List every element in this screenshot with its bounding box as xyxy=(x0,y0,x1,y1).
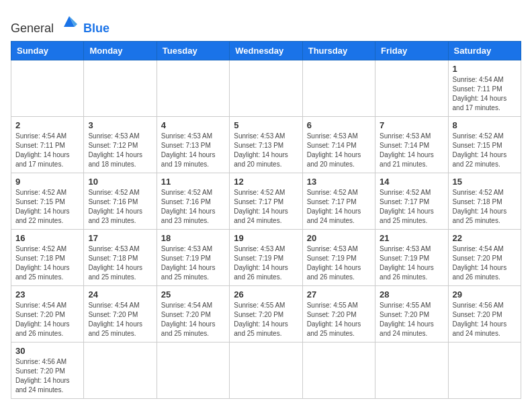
day-number: 18 xyxy=(161,233,225,243)
day-info: Sunrise: 4:53 AM Sunset: 7:13 PM Dayligh… xyxy=(161,132,225,169)
calendar-cell: 13Sunrise: 4:52 AM Sunset: 7:17 PM Dayli… xyxy=(302,173,375,230)
day-number: 4 xyxy=(161,120,225,130)
day-number: 7 xyxy=(380,120,443,130)
calendar-cell xyxy=(230,60,302,117)
day-info: Sunrise: 4:52 AM Sunset: 7:17 PM Dayligh… xyxy=(307,188,371,226)
day-number: 26 xyxy=(234,289,298,300)
day-number: 9 xyxy=(15,177,79,187)
day-info: Sunrise: 4:53 AM Sunset: 7:14 PM Dayligh… xyxy=(380,132,443,169)
day-number: 22 xyxy=(453,233,517,243)
day-number: 10 xyxy=(88,177,152,187)
day-number: 11 xyxy=(161,177,225,187)
calendar-cell: 15Sunrise: 4:52 AM Sunset: 7:18 PM Dayli… xyxy=(448,173,521,230)
calendar-cell: 22Sunrise: 4:54 AM Sunset: 7:20 PM Dayli… xyxy=(448,230,521,286)
day-number: 2 xyxy=(15,120,79,130)
week-row-1: 2Sunrise: 4:54 AM Sunset: 7:11 PM Daylig… xyxy=(11,117,521,173)
day-info: Sunrise: 4:53 AM Sunset: 7:14 PM Dayligh… xyxy=(307,132,371,169)
day-info: Sunrise: 4:54 AM Sunset: 7:11 PM Dayligh… xyxy=(15,132,79,169)
calendar-cell: 2Sunrise: 4:54 AM Sunset: 7:11 PM Daylig… xyxy=(11,117,84,173)
day-number: 3 xyxy=(88,120,152,130)
day-info: Sunrise: 4:52 AM Sunset: 7:15 PM Dayligh… xyxy=(453,132,517,169)
calendar-cell: 4Sunrise: 4:53 AM Sunset: 7:13 PM Daylig… xyxy=(157,117,229,173)
day-number: 29 xyxy=(453,289,517,300)
header-section: General Blue xyxy=(11,11,521,36)
day-number: 21 xyxy=(380,233,443,243)
calendar-cell: 26Sunrise: 4:55 AM Sunset: 7:20 PM Dayli… xyxy=(230,286,302,342)
day-number: 24 xyxy=(88,289,152,300)
day-number: 23 xyxy=(15,289,79,300)
calendar-cell xyxy=(375,342,448,399)
week-row-4: 23Sunrise: 4:54 AM Sunset: 7:20 PM Dayli… xyxy=(11,286,521,342)
calendar-cell: 19Sunrise: 4:53 AM Sunset: 7:19 PM Dayli… xyxy=(230,230,302,286)
calendar-cell: 18Sunrise: 4:53 AM Sunset: 7:19 PM Dayli… xyxy=(157,230,229,286)
day-info: Sunrise: 4:54 AM Sunset: 7:11 PM Dayligh… xyxy=(453,75,517,113)
day-info: Sunrise: 4:53 AM Sunset: 7:19 PM Dayligh… xyxy=(161,244,225,282)
day-info: Sunrise: 4:53 AM Sunset: 7:12 PM Dayligh… xyxy=(88,132,152,169)
weekday-header-tuesday: Tuesday xyxy=(157,42,229,60)
calendar-cell xyxy=(448,342,521,399)
calendar-cell: 20Sunrise: 4:53 AM Sunset: 7:19 PM Dayli… xyxy=(302,230,375,286)
day-info: Sunrise: 4:52 AM Sunset: 7:15 PM Dayligh… xyxy=(15,188,79,226)
week-row-5: 30Sunrise: 4:56 AM Sunset: 7:20 PM Dayli… xyxy=(11,342,521,399)
calendar-cell: 8Sunrise: 4:52 AM Sunset: 7:15 PM Daylig… xyxy=(448,117,521,173)
calendar-cell: 24Sunrise: 4:54 AM Sunset: 7:20 PM Dayli… xyxy=(84,286,157,342)
weekday-header-saturday: Saturday xyxy=(448,42,521,60)
day-info: Sunrise: 4:53 AM Sunset: 7:19 PM Dayligh… xyxy=(234,244,298,282)
week-row-3: 16Sunrise: 4:52 AM Sunset: 7:18 PM Dayli… xyxy=(11,230,521,286)
calendar-cell xyxy=(157,342,229,399)
day-number: 12 xyxy=(234,177,298,187)
weekday-header-wednesday: Wednesday xyxy=(230,42,302,60)
day-info: Sunrise: 4:56 AM Sunset: 7:20 PM Dayligh… xyxy=(15,357,79,395)
calendar-cell: 5Sunrise: 4:53 AM Sunset: 7:13 PM Daylig… xyxy=(230,117,302,173)
day-info: Sunrise: 4:52 AM Sunset: 7:17 PM Dayligh… xyxy=(234,188,298,226)
logo-text: General Blue xyxy=(11,11,109,36)
weekday-header-thursday: Thursday xyxy=(302,42,375,60)
day-number: 13 xyxy=(307,177,371,187)
day-number: 14 xyxy=(380,177,443,187)
day-info: Sunrise: 4:53 AM Sunset: 7:18 PM Dayligh… xyxy=(88,244,152,282)
calendar-cell: 7Sunrise: 4:53 AM Sunset: 7:14 PM Daylig… xyxy=(375,117,448,173)
day-number: 25 xyxy=(161,289,225,300)
day-number: 28 xyxy=(380,289,443,300)
day-number: 1 xyxy=(453,64,517,74)
day-number: 15 xyxy=(453,177,517,187)
calendar-cell xyxy=(84,60,157,117)
calendar-cell xyxy=(302,60,375,117)
day-number: 6 xyxy=(307,120,371,130)
week-row-0: 1Sunrise: 4:54 AM Sunset: 7:11 PM Daylig… xyxy=(11,60,521,117)
calendar-cell xyxy=(11,60,84,117)
day-info: Sunrise: 4:56 AM Sunset: 7:20 PM Dayligh… xyxy=(453,301,517,338)
weekday-header-sunday: Sunday xyxy=(11,42,84,60)
logo: General Blue xyxy=(11,11,109,36)
day-number: 5 xyxy=(234,120,298,130)
day-number: 17 xyxy=(88,233,152,243)
calendar-cell xyxy=(230,342,302,399)
day-info: Sunrise: 4:52 AM Sunset: 7:17 PM Dayligh… xyxy=(380,188,443,226)
weekday-header-row: SundayMondayTuesdayWednesdayThursdayFrid… xyxy=(11,42,521,60)
day-info: Sunrise: 4:54 AM Sunset: 7:20 PM Dayligh… xyxy=(88,301,152,338)
calendar-cell: 29Sunrise: 4:56 AM Sunset: 7:20 PM Dayli… xyxy=(448,286,521,342)
day-info: Sunrise: 4:54 AM Sunset: 7:20 PM Dayligh… xyxy=(15,301,79,338)
day-number: 8 xyxy=(453,120,517,130)
calendar-cell: 28Sunrise: 4:55 AM Sunset: 7:20 PM Dayli… xyxy=(375,286,448,342)
calendar-cell: 12Sunrise: 4:52 AM Sunset: 7:17 PM Dayli… xyxy=(230,173,302,230)
day-info: Sunrise: 4:53 AM Sunset: 7:19 PM Dayligh… xyxy=(380,244,443,282)
calendar-cell: 23Sunrise: 4:54 AM Sunset: 7:20 PM Dayli… xyxy=(11,286,84,342)
weekday-header-friday: Friday xyxy=(375,42,448,60)
calendar-cell: 1Sunrise: 4:54 AM Sunset: 7:11 PM Daylig… xyxy=(448,60,521,117)
calendar-cell xyxy=(302,342,375,399)
calendar-cell: 30Sunrise: 4:56 AM Sunset: 7:20 PM Dayli… xyxy=(11,342,84,399)
calendar-cell: 3Sunrise: 4:53 AM Sunset: 7:12 PM Daylig… xyxy=(84,117,157,173)
day-info: Sunrise: 4:52 AM Sunset: 7:18 PM Dayligh… xyxy=(453,188,517,226)
day-info: Sunrise: 4:53 AM Sunset: 7:19 PM Dayligh… xyxy=(307,244,371,282)
calendar-cell: 16Sunrise: 4:52 AM Sunset: 7:18 PM Dayli… xyxy=(11,230,84,286)
day-number: 27 xyxy=(307,289,371,300)
calendar-cell: 25Sunrise: 4:54 AM Sunset: 7:20 PM Dayli… xyxy=(157,286,229,342)
calendar-cell: 10Sunrise: 4:52 AM Sunset: 7:16 PM Dayli… xyxy=(84,173,157,230)
day-number: 19 xyxy=(234,233,298,243)
calendar-cell: 11Sunrise: 4:52 AM Sunset: 7:16 PM Dayli… xyxy=(157,173,229,230)
day-number: 30 xyxy=(15,346,79,356)
day-info: Sunrise: 4:52 AM Sunset: 7:18 PM Dayligh… xyxy=(15,244,79,282)
calendar-cell: 14Sunrise: 4:52 AM Sunset: 7:17 PM Dayli… xyxy=(375,173,448,230)
calendar-cell xyxy=(157,60,229,117)
